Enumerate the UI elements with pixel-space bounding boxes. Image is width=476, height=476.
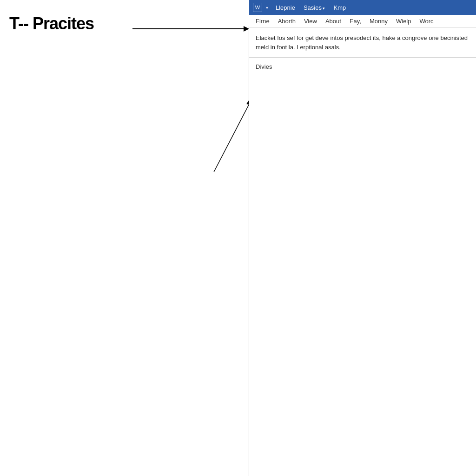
title-bar-dropdown-arrow[interactable]: ▾ <box>266 5 268 10</box>
titlebar-item-sasies[interactable]: Sasies <box>304 4 325 11</box>
annotation-title: T-- Pracites <box>9 14 94 33</box>
document-body[interactable] <box>249 75 476 447</box>
divies-label: Divies <box>256 63 272 70</box>
menu-bar: Firne Aborth View About Eay, Monny Wielp… <box>249 15 476 28</box>
left-annotation-area: T-- Pracites <box>0 0 249 476</box>
titlebar-item-llepnie[interactable]: Llepnie <box>276 4 295 11</box>
app-icon: W <box>253 3 262 12</box>
app-icon-label: W <box>255 5 260 10</box>
menu-item-worc[interactable]: Worc <box>416 17 437 26</box>
menu-item-firne[interactable]: Firne <box>252 17 273 26</box>
menu-item-aborth[interactable]: Aborth <box>274 17 299 26</box>
content-area: Elacket fos sef for get deve intos preso… <box>249 28 476 58</box>
app-area: W ▾ Llepnie Sasies Kmp Firne Aborth View… <box>249 0 476 476</box>
menu-item-eay[interactable]: Eay, <box>346 17 365 26</box>
titlebar-item-kmp[interactable]: Kmp <box>333 4 346 11</box>
main-content-text: Elacket fos sef for get deve intos preso… <box>256 33 469 52</box>
menu-item-about[interactable]: About <box>322 17 345 26</box>
menu-item-view[interactable]: View <box>300 17 321 26</box>
title-bar: W ▾ Llepnie Sasies Kmp <box>249 0 476 15</box>
divies-area: Divies <box>249 58 476 75</box>
title-bar-items: Llepnie Sasies Kmp <box>276 4 346 11</box>
menu-item-monny[interactable]: Monny <box>366 17 391 26</box>
menu-item-wielp[interactable]: Wielp <box>392 17 415 26</box>
